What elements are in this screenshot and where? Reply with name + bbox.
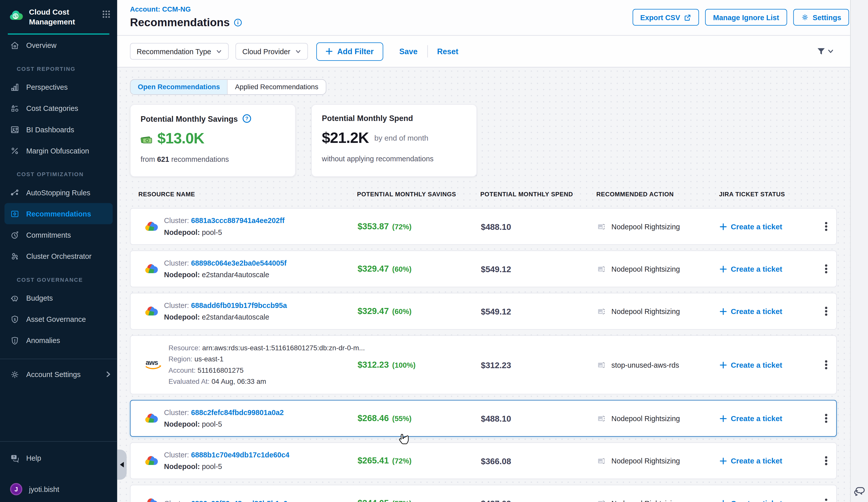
chat-launcher-icon[interactable] <box>854 485 866 498</box>
resource-link[interactable]: 688add6fb019b17f9bccb95a <box>191 301 287 310</box>
resource-cell: Cluster: 6888b1c70e49db17c1de60c4Nodepoo… <box>131 449 349 472</box>
sidebar-item-commitments[interactable]: Commitments <box>0 224 117 245</box>
row-menu-button[interactable] <box>815 356 837 374</box>
tab-applied-recommendations[interactable]: Applied Recommendations <box>227 80 326 94</box>
filter-toolbar: Recommendation TypeCloud Provider Add Fi… <box>117 36 868 67</box>
svg-text:aws: aws <box>146 359 158 366</box>
resource-value: 511616801275 <box>198 366 244 374</box>
sidebar-item-recommendations[interactable]: Recommendations <box>4 203 113 224</box>
svg-text:$: $ <box>14 296 16 300</box>
sidebar-item-asset-governance[interactable]: $Asset Governance <box>0 308 117 330</box>
sidebar-item-perspectives[interactable]: Perspectives <box>0 76 117 97</box>
create-ticket-button[interactable]: Create a ticket <box>711 499 815 502</box>
potential-monthly-savings-card: Potential Monthly Savings ? <box>130 104 296 177</box>
potential-spend-cell: $488.10 <box>473 414 589 423</box>
kebab-icon <box>825 305 827 317</box>
create-ticket-button[interactable]: Create a ticket <box>711 457 815 465</box>
table-row[interactable]: awsResource: arn:aws:rds:us-east-1:51161… <box>130 335 837 394</box>
export-csv-button[interactable]: Export CSV <box>632 9 699 25</box>
rightsizing-icon <box>597 264 606 274</box>
sidebar-item-anomalies[interactable]: Anomalies <box>0 330 117 351</box>
sidebar-item-account-settings[interactable]: Account Settings <box>0 364 117 385</box>
right-rail <box>850 0 868 502</box>
potential-monthly-spend-card: Potential Monthly Spend $21.2K by end of… <box>311 104 477 177</box>
table-row[interactable]: Cluster: 6881a3ccc887941a4ee202ffNodepoo… <box>130 208 837 245</box>
rightsizing-icon <box>597 456 606 466</box>
settings-button[interactable]: Settings <box>793 9 849 25</box>
resource-link[interactable]: 688c2fefc84fbdc99801a0a2 <box>191 408 284 417</box>
sidebar-item-help[interactable]: ? Help <box>0 447 117 469</box>
sidebar-item-cluster-orchestrator[interactable]: Cluster Orchestrator <box>0 245 117 266</box>
sidebar-item-budgets[interactable]: $Budgets <box>0 287 117 308</box>
recommended-action-cell: Nodepool Rightsizing <box>589 499 711 502</box>
row-menu-button[interactable] <box>815 218 837 236</box>
aws-logo-icon: aws <box>144 358 163 372</box>
sidebar-item-bi-dashboards[interactable]: BI Dashboards <box>0 119 117 140</box>
resource-value: pool-5 <box>202 228 222 237</box>
reset-filter-button[interactable]: Reset <box>434 47 461 56</box>
create-ticket-button[interactable]: Create a ticket <box>711 414 815 422</box>
rightsizing-icon <box>597 360 606 370</box>
row-menu-button[interactable] <box>815 302 837 320</box>
savings-value: $13.0K <box>157 130 204 147</box>
tab-open-recommendations[interactable]: Open Recommendations <box>131 80 227 94</box>
money-icon <box>141 134 153 144</box>
kebab-icon <box>825 455 827 466</box>
sidebar-item-margin-obfuscation[interactable]: Margin Obfuscation <box>0 140 117 161</box>
row-menu-button[interactable] <box>815 409 837 427</box>
resource-link[interactable]: 6886e92f59a48cad86b5b1c6 <box>191 499 287 502</box>
create-ticket-button[interactable]: Create a ticket <box>711 265 815 273</box>
sidebar-item-overview[interactable]: Overview <box>0 34 117 56</box>
resource-link[interactable]: 68898c064e3e2ba0e544005f <box>191 259 287 267</box>
sidebar-item-autostopping-rules[interactable]: AutoStopping Rules <box>0 182 117 203</box>
plus-icon <box>720 361 727 368</box>
app-switcher-icon[interactable] <box>102 10 110 18</box>
filter-menu-button[interactable] <box>817 47 833 56</box>
image-icon <box>10 125 20 134</box>
resource-link[interactable]: 6881a3ccc887941a4ee202ff <box>191 217 285 225</box>
create-ticket-button[interactable]: Create a ticket <box>711 307 815 315</box>
row-menu-button[interactable] <box>815 494 837 502</box>
add-filter-button[interactable]: Add Filter <box>317 42 383 61</box>
spend-subtext: without applying recommendations <box>322 155 466 163</box>
divider <box>0 359 117 359</box>
rightsizing-icon <box>597 306 606 316</box>
autostop-icon <box>10 188 20 197</box>
chevron-right-icon <box>105 371 112 378</box>
row-menu-button[interactable] <box>815 260 837 278</box>
plus-icon <box>720 457 727 464</box>
resource-link[interactable]: 6888b1c70e49db17c1de60c4 <box>191 451 289 459</box>
table-row[interactable]: Cluster: 68898c064e3e2ba0e544005fNodepoo… <box>130 251 837 287</box>
recommendation-type-dropdown[interactable]: Recommendation Type <box>130 43 229 60</box>
create-ticket-button[interactable]: Create a ticket <box>711 360 815 369</box>
save-filter-button[interactable]: Save <box>396 47 420 56</box>
bar-chart-icon <box>10 82 20 92</box>
create-ticket-button[interactable]: Create a ticket <box>711 222 815 231</box>
potential-spend-cell: $549.12 <box>473 264 589 274</box>
percent-icon <box>10 146 20 156</box>
chevron-down-icon <box>828 49 834 54</box>
divider <box>0 441 117 442</box>
table-row[interactable]: Cluster: 6888b1c70e49db17c1de60c4Nodepoo… <box>130 442 837 479</box>
table-row[interactable]: Cluster: 6886e92f59a48cad86b5b1c6$244.05… <box>130 484 837 502</box>
sidebar-collapse-handle[interactable] <box>117 450 127 480</box>
row-menu-button[interactable] <box>815 452 837 470</box>
recommended-action-cell: Nodepool Rightsizing <box>589 306 711 316</box>
resource-cell: Cluster: 688add6fb019b17f9bccb95aNodepoo… <box>131 300 349 323</box>
rightsizing-icon <box>597 222 606 231</box>
gear-icon <box>10 370 20 379</box>
cloud-provider-dropdown[interactable]: Cloud Provider <box>236 43 308 60</box>
table-row[interactable]: Cluster: 688c2fefc84fbdc99801a0a2Nodepoo… <box>130 400 837 437</box>
sidebar-item-cost-categories[interactable]: Cost Categories <box>0 98 117 119</box>
info-icon[interactable] <box>234 18 242 27</box>
resource-cell: awsResource: arn:aws:rds:us-east-1:51161… <box>131 343 349 387</box>
recommended-action-cell: Nodepool Rightsizing <box>589 264 711 274</box>
potential-spend-cell: $427.09 <box>473 499 589 502</box>
sidebar: $ Cloud Cost Management OverviewCOST REP… <box>0 0 117 502</box>
sidebar-section-cost-reporting: COST REPORTING <box>0 56 117 77</box>
user-menu[interactable]: J jyoti.bisht <box>0 476 117 502</box>
gcp-logo-icon <box>144 411 158 426</box>
manage-ignore-list-button[interactable]: Manage Ignore List <box>705 9 787 25</box>
question-icon[interactable]: ? <box>242 114 252 124</box>
table-row[interactable]: Cluster: 688add6fb019b17f9bccb95aNodepoo… <box>130 293 837 330</box>
